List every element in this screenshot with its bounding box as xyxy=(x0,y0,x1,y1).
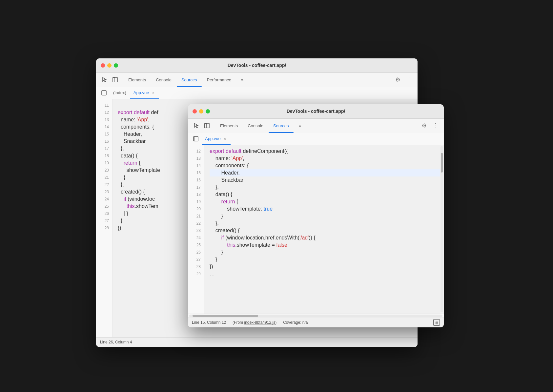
front-line-14: components: { xyxy=(210,162,440,169)
front-line-20: showTemplate: true xyxy=(210,205,440,213)
titlebar-back: DevTools - coffee-cart.app/ xyxy=(96,58,418,73)
svg-rect-6 xyxy=(205,123,207,128)
cursor-icon-back[interactable] xyxy=(100,75,109,84)
front-line-21: } xyxy=(210,213,440,220)
front-line-13: name: 'App', xyxy=(210,155,440,162)
coverage-icon-front[interactable]: ▤ xyxy=(433,319,440,326)
line-numbers-back: 11 12 13 14 15 16 17 18 19 20 21 22 23 2… xyxy=(96,99,113,337)
toolbar-right-back: ⚙ ⋮ xyxy=(393,75,414,84)
front-line-27: } xyxy=(210,256,440,263)
maximize-button-front[interactable] xyxy=(206,109,210,113)
statusbar-front: Line 15, Column 12 (From index-8bfa4912.… xyxy=(188,318,444,327)
maximize-button-back[interactable] xyxy=(114,63,118,68)
toolbar-right-front: ⚙ ⋮ xyxy=(420,121,440,130)
window-title-back: DevTools - coffee-cart.app/ xyxy=(228,63,286,68)
front-line-15: Header, xyxy=(210,169,440,176)
tab-performance-back[interactable]: Performance xyxy=(202,75,236,84)
source-file-label: (From index-8bfa4912.js) xyxy=(233,320,276,325)
front-line-17: }, xyxy=(210,184,440,191)
front-line-25: this.showTemplate = false xyxy=(210,241,440,249)
tab-sources-back[interactable]: Sources xyxy=(177,75,202,84)
front-line-22: }, xyxy=(210,220,440,227)
front-line-23: created() { xyxy=(210,227,440,234)
front-line-19: return { xyxy=(210,198,440,205)
more-icon-back[interactable]: ⋮ xyxy=(404,75,414,84)
more-icon-front[interactable]: ⋮ xyxy=(431,121,440,130)
gear-icon-front[interactable]: ⚙ xyxy=(420,121,429,130)
window-title-front: DevTools - coffee-cart.app/ xyxy=(287,109,345,114)
close-tab-icon-back[interactable]: × xyxy=(151,91,155,95)
front-line-24: if (window.location.href.endsWith('/ad')… xyxy=(210,234,440,241)
scrollbar-thumb-front[interactable] xyxy=(441,153,443,173)
inspector-icon-back[interactable] xyxy=(111,75,120,84)
sidebar-toggle-front[interactable] xyxy=(191,133,201,145)
svg-rect-5 xyxy=(205,123,209,128)
tab-more-front[interactable]: » xyxy=(294,121,306,130)
tab-sources-front[interactable]: Sources xyxy=(269,121,294,130)
sidebar-toggle-back[interactable] xyxy=(99,87,109,99)
coverage-label: Coverage: n/a xyxy=(283,320,308,325)
scrollbar-x-container-front xyxy=(188,314,444,318)
front-line-16: Snackbar xyxy=(210,176,440,184)
front-line-26: } xyxy=(210,249,440,256)
titlebar-front: DevTools - coffee-cart.app/ xyxy=(188,104,444,119)
toolbar-front: Elements Console Sources » ⚙ ⋮ xyxy=(188,119,444,133)
line-col-front: Line 15, Column 12 xyxy=(192,320,226,325)
svg-rect-1 xyxy=(113,77,115,82)
front-line-29: … xyxy=(210,270,440,278)
inspector-icon-front[interactable] xyxy=(202,121,212,130)
tab-elements-front[interactable]: Elements xyxy=(215,121,242,130)
file-tab-appvue-front[interactable]: App.vue × xyxy=(202,133,231,145)
scrollbar-y-front[interactable] xyxy=(440,146,443,312)
close-button-front[interactable] xyxy=(193,109,197,113)
gear-icon-back[interactable]: ⚙ xyxy=(393,75,402,84)
file-tab-appvue-back[interactable]: App.vue × xyxy=(130,87,159,99)
file-tab-index-back[interactable]: (index) xyxy=(110,87,130,99)
line-numbers-front: 12 13 14 15 16 17 18 19 20 21 22 23 24 2… xyxy=(188,145,204,314)
svg-rect-0 xyxy=(113,77,117,82)
scrollbar-x-front[interactable] xyxy=(189,315,442,317)
tab-elements-back[interactable]: Elements xyxy=(124,75,151,84)
close-tab-icon-front[interactable]: × xyxy=(223,136,227,141)
tab-nav-back: Elements Console Sources Performance » xyxy=(124,75,392,84)
source-file-link[interactable]: index-8bfa4912.js xyxy=(244,320,275,325)
toolbar-back: Elements Console Sources Performance » ⚙… xyxy=(96,73,418,87)
code-area-front: 12 13 14 15 16 17 18 19 20 21 22 23 24 2… xyxy=(188,145,444,314)
front-line-28: }) xyxy=(210,263,440,270)
code-lines-front: export default defineComponent({ name: '… xyxy=(204,145,440,314)
minimize-button-front[interactable] xyxy=(199,109,203,113)
tab-more-back[interactable]: » xyxy=(236,75,248,84)
scrollbar-x-thumb-front[interactable] xyxy=(193,315,258,317)
minimize-button-back[interactable] xyxy=(107,63,112,68)
file-tabs-back: (index) App.vue × xyxy=(96,87,418,99)
statusbar-right-front: ▤ xyxy=(433,319,440,326)
tab-console-back[interactable]: Console xyxy=(151,75,176,84)
file-tabs-front: App.vue × xyxy=(188,133,444,145)
front-line-12: export default defineComponent({ xyxy=(210,148,440,155)
cursor-icon-front[interactable] xyxy=(192,121,201,130)
svg-rect-2 xyxy=(102,91,106,95)
line-col-back: Line 26, Column 4 xyxy=(100,340,132,344)
front-line-18: data() { xyxy=(210,191,440,198)
tab-console-front[interactable]: Console xyxy=(243,121,268,130)
statusbar-back: Line 26, Column 4 xyxy=(96,337,418,347)
svg-rect-7 xyxy=(194,136,198,141)
tab-nav-front: Elements Console Sources » xyxy=(215,121,418,130)
window-controls-back xyxy=(101,63,118,68)
window-controls-front xyxy=(193,109,210,113)
close-button-back[interactable] xyxy=(101,63,105,68)
